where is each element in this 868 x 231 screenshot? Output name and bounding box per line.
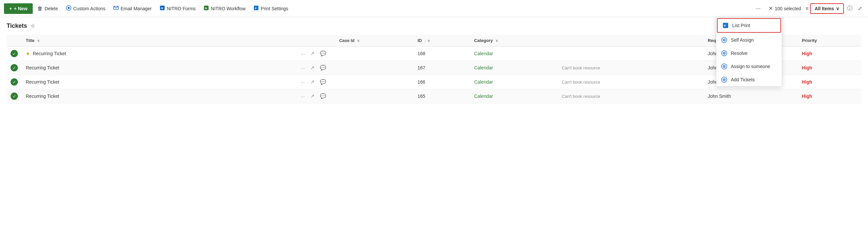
list-print-icon: P bbox=[722, 22, 729, 29]
nitro-forms-button[interactable]: N NITRO Forms bbox=[156, 3, 199, 14]
row-case-id bbox=[335, 46, 413, 61]
new-button[interactable]: + + New bbox=[4, 3, 33, 14]
email-manager-label: Email Manager bbox=[121, 6, 152, 11]
row-ticket-id: 167 bbox=[413, 61, 470, 75]
col-category[interactable]: Category ∨ bbox=[470, 35, 558, 46]
dropdown-item-resolve[interactable]: Resolve bbox=[716, 46, 782, 60]
row-share-button[interactable]: ↗ bbox=[309, 78, 316, 86]
dropdown-item-assign-to-someone[interactable]: Assign to someone bbox=[716, 60, 782, 73]
row-title-cell: ★Recurring Ticket bbox=[22, 46, 296, 61]
assign-to-someone-icon bbox=[721, 63, 727, 70]
dropdown-item-add-tickets[interactable]: Add Tickets bbox=[716, 73, 782, 86]
email-manager-button[interactable]: Email Manager bbox=[110, 3, 155, 14]
favorite-star-icon[interactable]: ☆ bbox=[30, 23, 35, 29]
trash-icon: 🗑 bbox=[37, 6, 43, 11]
row-category[interactable]: Calendar bbox=[470, 46, 558, 61]
row-comment-button[interactable]: 💬 bbox=[319, 93, 328, 100]
row-check-cell[interactable]: ✓ bbox=[7, 61, 22, 75]
col-priority[interactable]: Priority bbox=[798, 35, 861, 46]
x-close-icon[interactable]: ✕ bbox=[769, 5, 773, 11]
col-row-actions bbox=[296, 35, 335, 46]
svg-text:P: P bbox=[724, 24, 726, 27]
dropdown-menu: P List Print Self Assign Resolve bbox=[716, 17, 782, 87]
selected-count-container: ✕ 100 selected bbox=[765, 3, 804, 13]
row-more-button[interactable]: ··· bbox=[300, 64, 306, 71]
row-priority: High bbox=[798, 75, 861, 89]
print-settings-icon: P bbox=[253, 5, 259, 12]
print-settings-button[interactable]: P Print Settings bbox=[250, 3, 291, 14]
row-more-button[interactable]: ··· bbox=[300, 50, 306, 57]
row-category[interactable]: Calendar bbox=[470, 89, 558, 103]
selected-count-label: 100 selected bbox=[775, 6, 801, 11]
row-requester: John Smith bbox=[704, 89, 798, 103]
row-case-id bbox=[335, 75, 413, 89]
row-cant-book: Can't book resource bbox=[558, 75, 704, 89]
nitro-workflow-label: NITRO Workflow bbox=[211, 6, 246, 11]
delete-button[interactable]: 🗑 Delete bbox=[34, 4, 61, 13]
row-title-cell: Recurring Ticket bbox=[22, 89, 296, 103]
col-title[interactable]: Title ∨ bbox=[22, 35, 296, 46]
row-actions-cell: ··· ↗ 💬 bbox=[296, 46, 335, 61]
row-comment-button[interactable]: 💬 bbox=[319, 64, 328, 71]
row-category[interactable]: Calendar bbox=[470, 75, 558, 89]
id-sort-icon-asc: ↓ bbox=[425, 39, 426, 43]
expand-icon: ⤢ bbox=[858, 6, 862, 11]
row-share-button[interactable]: ↗ bbox=[309, 50, 316, 57]
filter-icon: ≡ bbox=[806, 6, 808, 11]
row-check-cell[interactable]: ✓ bbox=[7, 75, 22, 89]
row-title: Recurring Ticket bbox=[26, 94, 59, 99]
category-link[interactable]: Calendar bbox=[474, 79, 493, 85]
svg-point-13 bbox=[724, 40, 725, 41]
plus-icon: + bbox=[9, 6, 12, 11]
check-circle-icon: ✓ bbox=[10, 64, 18, 71]
row-cant-book: Can't book resource bbox=[558, 61, 704, 75]
row-check-cell[interactable]: ✓ bbox=[7, 46, 22, 61]
col-id[interactable]: ID ↓∨ bbox=[413, 35, 470, 46]
table-row: ✓Recurring Ticket ··· ↗ 💬 165CalendarCan… bbox=[7, 89, 861, 103]
svg-point-16 bbox=[724, 53, 725, 54]
row-ticket-id: 165 bbox=[413, 89, 470, 103]
email-manager-icon bbox=[113, 5, 119, 12]
new-label: + New bbox=[14, 6, 27, 11]
dropdown-item-self-assign[interactable]: Self Assign bbox=[716, 33, 782, 46]
row-title-cell: Recurring Ticket bbox=[22, 75, 296, 89]
resolve-label: Resolve bbox=[731, 51, 748, 56]
col-case-id[interactable]: Case Id ∨ bbox=[335, 35, 413, 46]
row-title-cell: Recurring Ticket bbox=[22, 61, 296, 75]
row-case-id bbox=[335, 61, 413, 75]
svg-text:N: N bbox=[161, 7, 163, 10]
row-category[interactable]: Calendar bbox=[470, 61, 558, 75]
row-more-button[interactable]: ··· bbox=[300, 79, 306, 86]
toolbar: + + New 🗑 Delete Custom Actions Email Ma… bbox=[0, 0, 868, 17]
more-button[interactable]: ··· bbox=[752, 3, 764, 14]
list-print-label: List Print bbox=[732, 23, 750, 28]
add-tickets-label: Add Tickets bbox=[731, 77, 755, 82]
check-circle-icon: ✓ bbox=[10, 93, 18, 100]
resolve-icon bbox=[721, 50, 727, 57]
svg-text:P: P bbox=[255, 7, 257, 10]
row-comment-button[interactable]: 💬 bbox=[319, 50, 328, 57]
row-comment-button[interactable]: 💬 bbox=[319, 78, 328, 86]
category-link[interactable]: Calendar bbox=[474, 51, 493, 56]
row-share-button[interactable]: ↗ bbox=[309, 64, 316, 71]
row-case-id bbox=[335, 89, 413, 103]
delete-label: Delete bbox=[44, 6, 58, 11]
row-more-button[interactable]: ··· bbox=[300, 93, 306, 100]
nitro-forms-icon: N bbox=[160, 5, 165, 12]
expand-button[interactable]: ⤢ bbox=[856, 3, 864, 13]
category-link[interactable]: Calendar bbox=[474, 65, 493, 70]
row-title: Recurring Ticket bbox=[26, 65, 59, 70]
row-priority: High bbox=[798, 46, 861, 61]
custom-actions-button[interactable]: Custom Actions bbox=[63, 3, 109, 14]
row-check-cell[interactable]: ✓ bbox=[7, 89, 22, 103]
all-items-label: All Items bbox=[815, 6, 834, 11]
col-cant-book bbox=[558, 35, 704, 46]
all-items-button[interactable]: All Items ∨ bbox=[810, 3, 844, 14]
dropdown-item-list-print[interactable]: P List Print bbox=[717, 18, 781, 33]
row-share-button[interactable]: ↗ bbox=[309, 93, 316, 100]
svg-point-22 bbox=[724, 79, 725, 80]
category-link[interactable]: Calendar bbox=[474, 94, 493, 99]
case-id-sort-icon: ∨ bbox=[357, 39, 360, 43]
info-button[interactable]: ⓘ bbox=[845, 3, 855, 14]
nitro-workflow-button[interactable]: N NITRO Workflow bbox=[200, 3, 249, 14]
